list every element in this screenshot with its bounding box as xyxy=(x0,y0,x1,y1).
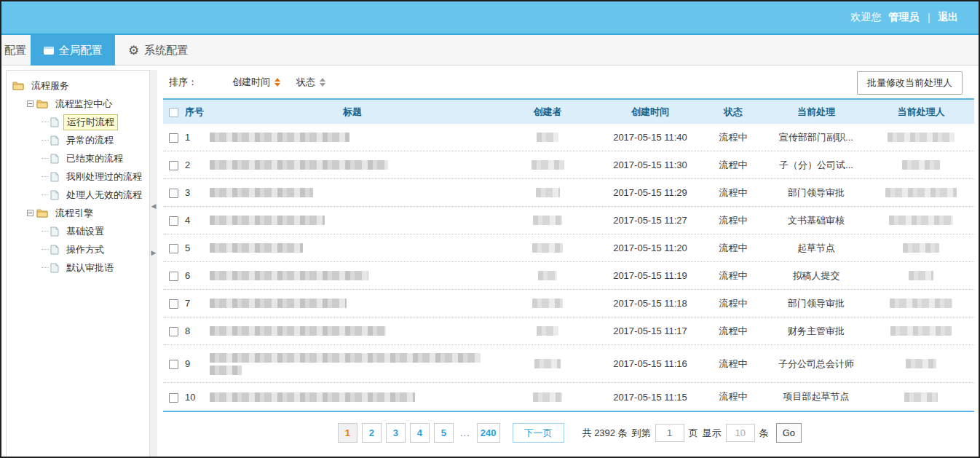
tree-item-label: 流程引擎 xyxy=(52,206,96,221)
table-row[interactable]: 82017-05-15 11:17流程中财务主管审批 xyxy=(163,317,974,345)
redacted-text xyxy=(538,271,557,280)
redacted-text xyxy=(903,243,939,253)
main-panel: 排序： 创建时间 状态 批量修改当前处理人 序号 标题 创建者 创建时间 状态 … xyxy=(163,66,974,457)
redacted-text xyxy=(210,133,349,142)
cell-creator xyxy=(497,326,598,336)
go-button[interactable]: Go xyxy=(776,423,802,443)
logout-link[interactable]: 退出 xyxy=(938,11,958,24)
table-body: 12017-05-15 11:40流程中宣传部部门副职...22017-05-1… xyxy=(163,124,974,412)
cell-creator xyxy=(497,359,598,368)
expand-right-icon[interactable]: ▶ xyxy=(150,249,157,256)
cell-title xyxy=(208,326,497,336)
row-checkbox[interactable] xyxy=(169,161,178,170)
cell-seq: 1 xyxy=(185,132,208,143)
table-row[interactable]: 62017-05-15 11:19流程中拟稿人提交 xyxy=(163,262,974,290)
tree-item-处理人无效的流程[interactable]: 处理人无效的流程 xyxy=(9,186,146,204)
redacted-text xyxy=(532,299,563,308)
tree-item-流程引擎[interactable]: 流程引擎 xyxy=(9,204,146,222)
cell-seq: 3 xyxy=(185,187,208,198)
tree-collapse-toggle[interactable] xyxy=(27,210,33,216)
redacted-text xyxy=(210,271,368,280)
cell-title xyxy=(208,392,497,402)
table-row[interactable]: 22017-05-15 11:30流程中子（分）公司试... xyxy=(163,151,974,179)
page-button-3[interactable]: 3 xyxy=(386,423,406,443)
row-checkbox[interactable] xyxy=(169,189,178,198)
row-checkbox[interactable] xyxy=(169,327,178,336)
page-button-4[interactable]: 4 xyxy=(410,423,430,443)
redacted-text xyxy=(532,243,563,253)
tree-item-已结束的流程[interactable]: 已结束的流程 xyxy=(9,149,146,167)
tree-item-基础设置[interactable]: 基础设置 xyxy=(9,222,146,240)
row-checkbox[interactable] xyxy=(169,244,178,253)
tab-system-config[interactable]: ⚙ 系统配置 xyxy=(128,35,188,66)
cell-created-time: 2017-05-15 11:19 xyxy=(598,270,702,281)
row-checkbox[interactable] xyxy=(169,299,178,309)
tree-item-label: 流程服务 xyxy=(28,79,72,93)
row-checkbox[interactable] xyxy=(169,360,178,369)
redacted-text xyxy=(210,216,325,225)
col-header-creator: 创建者 xyxy=(497,106,598,119)
table-row[interactable]: 12017-05-15 11:40流程中宣传部部门副职... xyxy=(163,124,974,151)
cell-created-time: 2017-05-15 11:18 xyxy=(598,298,702,309)
tree-item-异常的流程[interactable]: 异常的流程 xyxy=(9,131,146,149)
row-checkbox[interactable] xyxy=(169,272,178,281)
table-row[interactable]: 52017-05-15 11:20流程中起草节点 xyxy=(163,234,974,262)
cell-created-time: 2017-05-15 11:27 xyxy=(598,215,702,226)
tree-item-流程服务[interactable]: 流程服务 xyxy=(9,76,146,95)
table-row[interactable]: 42017-05-15 11:27流程中文书基础审核 xyxy=(163,207,974,234)
cell-seq: 5 xyxy=(185,242,208,253)
table-row[interactable]: 32017-05-15 11:29流程中部门领导审批 xyxy=(163,179,974,207)
goto-page-input[interactable] xyxy=(655,424,684,442)
cell-current-handler xyxy=(868,243,974,253)
cell-current-node: 财务主管审批 xyxy=(764,325,868,338)
tree-item-流程监控中心[interactable]: 流程监控中心 xyxy=(9,95,146,113)
batch-modify-handler-button[interactable]: 批量修改当前处理人 xyxy=(857,71,963,95)
tab-partial-config[interactable]: 配置 xyxy=(4,35,26,66)
page-size-input[interactable] xyxy=(726,424,755,442)
tree-item-label: 运行时流程 xyxy=(63,114,118,130)
tree-item-label: 异常的流程 xyxy=(63,133,116,148)
tree-item-操作方式[interactable]: 操作方式 xyxy=(9,240,146,258)
table-row[interactable]: 102017-05-15 11:15流程中项目部起草节点 xyxy=(163,383,974,411)
folder-icon xyxy=(36,99,48,108)
redacted-text xyxy=(533,216,562,225)
page-button-last[interactable]: 240 xyxy=(477,423,500,443)
sort-by-created-time[interactable]: 创建时间 xyxy=(232,76,280,89)
window-icon xyxy=(44,47,54,55)
cell-creator xyxy=(497,160,598,170)
redacted-text xyxy=(210,392,415,402)
tree-connector xyxy=(42,122,49,122)
goto-suffix: 页 xyxy=(689,427,698,440)
cell-title xyxy=(208,188,497,197)
tree-item-运行时流程[interactable]: 运行时流程 xyxy=(9,113,146,131)
tree-collapse-toggle[interactable] xyxy=(27,100,33,107)
table-row[interactable]: 72017-05-15 11:18流程中部门领导审批 xyxy=(163,290,974,317)
row-checkbox[interactable] xyxy=(169,216,178,226)
username[interactable]: 管理员 xyxy=(888,11,919,24)
tab-global-config[interactable]: 全局配置 xyxy=(31,35,115,66)
redacted-text xyxy=(210,188,313,197)
sort-by-status[interactable]: 状态 xyxy=(296,76,325,89)
page-button-2[interactable]: 2 xyxy=(362,423,382,443)
topbar-divider: | xyxy=(928,12,930,23)
table-row[interactable]: 92017-05-15 11:16流程中子分公司总会计师 xyxy=(163,345,974,383)
page-button-1[interactable]: 1 xyxy=(338,423,357,443)
page-button-5[interactable]: 5 xyxy=(434,423,454,443)
page-icon xyxy=(50,263,59,273)
tree-item-我刚处理过的流程[interactable]: 我刚处理过的流程 xyxy=(9,167,146,186)
row-checkbox[interactable] xyxy=(169,393,178,403)
next-page-button[interactable]: 下一页 xyxy=(513,423,564,443)
redacted-text xyxy=(888,133,955,142)
tree-connector xyxy=(42,231,49,232)
select-all-checkbox[interactable] xyxy=(169,108,178,117)
app-window: 欢迎您 管理员 | 退出 配置 全局配置 ⚙ 系统配置 流程服务流程监控中心运行… xyxy=(0,0,980,458)
cell-current-node: 子（分）公司试... xyxy=(764,159,868,172)
cell-status: 流程中 xyxy=(702,358,764,371)
row-checkbox[interactable] xyxy=(169,133,178,143)
tree-item-默认审批语[interactable]: 默认审批语 xyxy=(9,258,146,277)
cell-title xyxy=(208,243,497,253)
cell-current-node: 项目部起草节点 xyxy=(764,390,868,403)
sidebar-splitter[interactable]: ◀ ▶ xyxy=(150,70,157,457)
cell-title xyxy=(208,299,497,308)
collapse-left-icon[interactable]: ◀ xyxy=(150,202,157,210)
